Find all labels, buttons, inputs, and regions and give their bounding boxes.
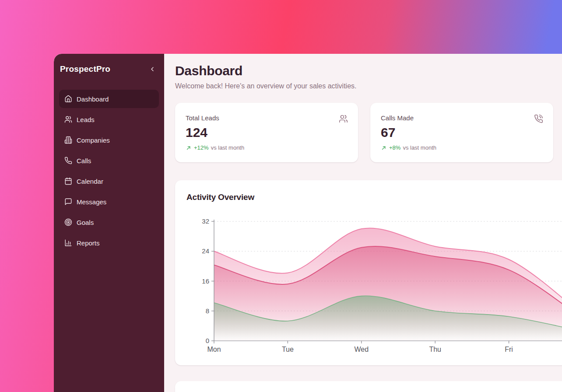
stat-cards-row: Total Leads 124 +12% vs last month Calls…	[175, 103, 553, 162]
building-icon	[64, 136, 72, 144]
sidebar: ProspectPro Dashboard Leads Companies Ca…	[54, 54, 164, 392]
sidebar-item-label: Dashboard	[77, 95, 109, 103]
stat-change-percent: +8%	[389, 144, 400, 151]
sidebar-header: ProspectPro	[60, 63, 158, 75]
chevron-left-icon	[149, 66, 156, 73]
stat-change: +12% vs last month	[186, 144, 348, 151]
calendar-icon	[64, 177, 72, 185]
stat-label: Calls Made	[381, 114, 543, 122]
svg-text:24: 24	[202, 247, 209, 255]
sidebar-item-label: Companies	[77, 136, 110, 144]
main-content: Dashboard Welcome back! Here's an overvi…	[164, 54, 562, 392]
app-logo-text: ProspectPro	[60, 64, 110, 74]
stat-change: +8% vs last month	[381, 144, 543, 151]
activity-chart-svg: 08162432MonTueWedThuFriSat	[175, 180, 562, 365]
sidebar-item-label: Messages	[77, 198, 106, 206]
target-icon	[64, 218, 72, 226]
stat-value: 124	[186, 125, 348, 140]
sidebar-item-label: Goals	[77, 219, 94, 226]
svg-text:Wed: Wed	[354, 346, 369, 353]
trending-up-icon	[381, 145, 387, 151]
trending-up-icon	[186, 145, 192, 151]
stat-change-suffix: vs last month	[211, 144, 245, 151]
page-header: Dashboard Welcome back! Here's an overvi…	[175, 63, 356, 90]
sidebar-item-messages[interactable]: Messages	[59, 192, 159, 211]
users-icon	[64, 116, 72, 123]
sidebar-collapse-button[interactable]	[147, 63, 158, 75]
activity-overview-card: Activity Overview 08162432MonTueWedThuFr…	[175, 180, 562, 365]
sidebar-nav: Dashboard Leads Companies Calls Calendar…	[59, 90, 159, 252]
sidebar-item-label: Calendar	[77, 178, 103, 185]
app-window: ProspectPro Dashboard Leads Companies Ca…	[54, 54, 562, 392]
page-title: Dashboard	[175, 63, 356, 78]
sidebar-item-goals[interactable]: Goals	[59, 213, 159, 231]
home-icon	[64, 95, 72, 103]
sidebar-item-label: Calls	[77, 157, 91, 164]
sidebar-item-reports[interactable]: Reports	[59, 234, 159, 252]
stat-value: 67	[381, 125, 543, 140]
sidebar-item-label: Reports	[77, 239, 100, 247]
svg-text:32: 32	[202, 217, 209, 225]
stat-change-percent: +12%	[194, 144, 209, 151]
svg-text:Fri: Fri	[505, 346, 513, 353]
sidebar-item-label: Leads	[77, 116, 95, 123]
svg-text:8: 8	[206, 307, 209, 315]
sidebar-item-calls[interactable]: Calls	[59, 151, 159, 170]
stat-change-suffix: vs last month	[403, 144, 436, 151]
message-icon	[64, 198, 72, 206]
bar-chart-icon	[64, 239, 72, 247]
stat-card-calls-made: Calls Made 67 +8% vs last month	[370, 103, 553, 162]
sidebar-item-dashboard[interactable]: Dashboard	[59, 90, 159, 108]
stat-card-total-leads: Total Leads 124 +12% vs last month	[175, 103, 358, 162]
partial-bottom-card	[175, 381, 562, 392]
sidebar-item-leads[interactable]: Leads	[59, 110, 159, 129]
svg-text:Mon: Mon	[207, 346, 221, 353]
svg-text:0: 0	[206, 337, 209, 344]
svg-text:Tue: Tue	[282, 346, 294, 353]
sidebar-item-companies[interactable]: Companies	[59, 131, 159, 149]
phone-icon	[64, 157, 72, 164]
stat-label: Total Leads	[186, 114, 348, 122]
page-subtitle: Welcome back! Here's an overview of your…	[175, 82, 356, 90]
sidebar-item-calendar[interactable]: Calendar	[59, 172, 159, 190]
svg-text:Thu: Thu	[429, 346, 441, 353]
users-icon	[339, 114, 348, 123]
phone-call-icon	[534, 114, 543, 123]
svg-text:16: 16	[202, 277, 209, 285]
